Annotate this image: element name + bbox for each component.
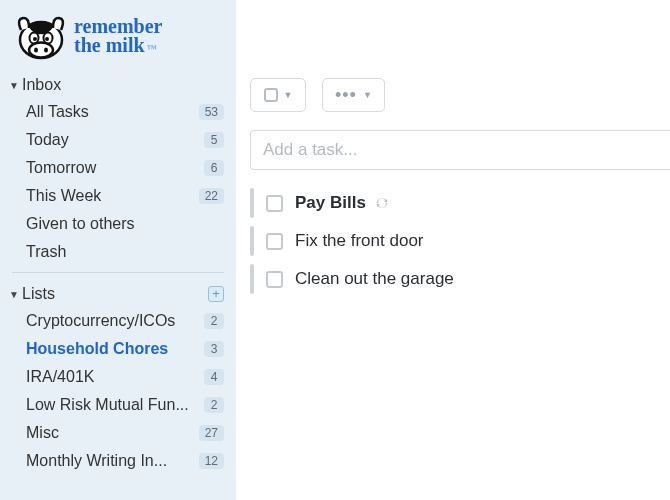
count-badge: 12 <box>199 453 224 469</box>
checkbox-icon <box>264 88 278 102</box>
task-row[interactable]: Clean out the garage <box>236 260 670 298</box>
count-badge: 53 <box>199 104 224 120</box>
priority-bar <box>250 264 254 294</box>
count-badge: 2 <box>204 397 224 413</box>
count-badge: 5 <box>204 132 224 148</box>
caret-down-icon: ▼ <box>284 90 293 100</box>
add-task-field[interactable] <box>250 130 670 170</box>
nav-item-label: All Tasks <box>26 103 199 121</box>
section-title: Lists <box>22 285 55 303</box>
nav-item-label: Today <box>26 131 204 149</box>
count-badge: 27 <box>199 425 224 441</box>
nav-item-label: Misc <box>26 424 199 442</box>
count-badge: 22 <box>199 188 224 204</box>
nav-item-label: Given to others <box>26 215 224 233</box>
nav-all-tasks[interactable]: All Tasks 53 <box>0 98 236 126</box>
sidebar: remember the milk™ ▼ Inbox All Tasks 53 … <box>0 0 236 500</box>
task-checkbox[interactable] <box>266 195 283 212</box>
task-label: Clean out the garage <box>295 269 454 289</box>
caret-down-icon: ▼ <box>363 90 372 100</box>
nav-given-to-others[interactable]: Given to others <box>0 210 236 238</box>
priority-bar <box>250 226 254 256</box>
nav-trash[interactable]: Trash <box>0 238 236 266</box>
nav-today[interactable]: Today 5 <box>0 126 236 154</box>
select-all-dropdown[interactable]: ▼ <box>250 78 306 112</box>
more-actions-dropdown[interactable]: ••• ▼ <box>322 78 385 112</box>
priority-bar <box>250 188 254 218</box>
list-item-cryptocurrency[interactable]: Cryptocurrency/ICOs 2 <box>0 307 236 335</box>
nav-item-label: Trash <box>26 243 224 261</box>
task-row[interactable]: Pay Bills <box>236 184 670 222</box>
toolbar: ▼ ••• ▼ <box>236 78 670 130</box>
nav-item-label: IRA/401K <box>26 368 204 386</box>
add-list-button[interactable]: + <box>208 286 224 302</box>
svg-point-3 <box>33 37 37 41</box>
section-header-lists[interactable]: ▼ Lists + <box>0 279 236 307</box>
divider <box>12 272 224 273</box>
task-list: Pay Bills Fix the front door Clean out t… <box>236 170 670 298</box>
count-badge: 2 <box>204 313 224 329</box>
task-row[interactable]: Fix the front door <box>236 222 670 260</box>
cow-icon <box>14 8 68 64</box>
list-item-misc[interactable]: Misc 27 <box>0 419 236 447</box>
list-item-monthly-writing[interactable]: Monthly Writing In... 12 <box>0 447 236 475</box>
nav-item-label: This Week <box>26 187 199 205</box>
task-checkbox[interactable] <box>266 271 283 288</box>
count-badge: 4 <box>204 369 224 385</box>
nav-tomorrow[interactable]: Tomorrow 6 <box>0 154 236 182</box>
section-header-inbox[interactable]: ▼ Inbox <box>0 70 236 98</box>
nav-item-label: Low Risk Mutual Fun... <box>26 396 204 414</box>
chevron-down-icon: ▼ <box>8 289 20 300</box>
nav-item-label: Household Chores <box>26 340 204 358</box>
svg-point-4 <box>45 37 49 41</box>
list-item-household-chores[interactable]: Household Chores 3 <box>0 335 236 363</box>
task-label: Pay Bills <box>295 193 366 213</box>
list-item-ira-401k[interactable]: IRA/401K 4 <box>0 363 236 391</box>
task-checkbox[interactable] <box>266 233 283 250</box>
chevron-down-icon: ▼ <box>8 80 20 91</box>
app-logo[interactable]: remember the milk™ <box>0 8 236 70</box>
list-item-low-risk-mutual[interactable]: Low Risk Mutual Fun... 2 <box>0 391 236 419</box>
count-badge: 3 <box>204 341 224 357</box>
svg-point-7 <box>44 48 48 53</box>
svg-point-6 <box>34 48 38 53</box>
nav-item-label: Tomorrow <box>26 159 204 177</box>
count-badge: 6 <box>204 160 224 176</box>
section-title: Inbox <box>22 76 61 94</box>
app-name: remember the milk™ <box>74 17 162 55</box>
nav-this-week[interactable]: This Week 22 <box>0 182 236 210</box>
add-task-input[interactable] <box>263 140 658 160</box>
nav-item-label: Monthly Writing In... <box>26 452 199 470</box>
main-panel: ▼ ••• ▼ Pay Bills Fix the front door <box>236 0 670 500</box>
repeat-icon <box>374 195 390 211</box>
svg-point-5 <box>29 43 53 58</box>
task-label: Fix the front door <box>295 231 424 251</box>
nav-item-label: Cryptocurrency/ICOs <box>26 312 204 330</box>
